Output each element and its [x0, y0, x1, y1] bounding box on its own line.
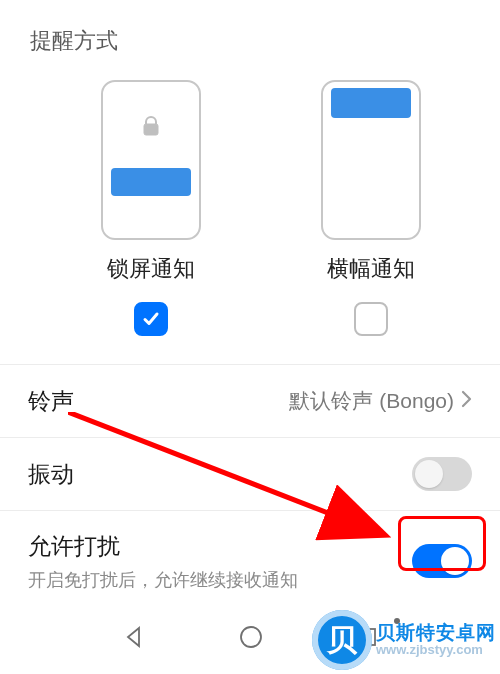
nav-home-button[interactable]: [238, 624, 264, 654]
lock-icon: [141, 116, 161, 136]
watermark-line2: www.zjbstyy.com: [376, 643, 496, 658]
svg-rect-0: [144, 124, 158, 135]
allow-interrupt-label: 允许打扰: [28, 531, 412, 562]
ringtone-label: 铃声: [28, 386, 289, 417]
option-banner-label: 横幅通知: [327, 254, 415, 284]
ringtone-value: 默认铃声 (Bongo): [289, 387, 454, 415]
alert-style-options: 锁屏通知 横幅通知: [28, 80, 472, 336]
section-title: 提醒方式: [30, 26, 472, 56]
row-ringtone[interactable]: 铃声 默认铃声 (Bongo): [0, 365, 500, 438]
settings-page: 提醒方式 锁屏通知 横幅通知 铃声 默认铃: [0, 0, 500, 674]
watermark-line1: 贝斯特安卓网: [376, 622, 496, 644]
svg-point-2: [241, 627, 261, 647]
chevron-right-icon: [460, 389, 472, 413]
row-vibrate[interactable]: 振动: [0, 438, 500, 511]
banner-notif-bar: [331, 88, 411, 118]
annotation-highlight: [398, 516, 486, 571]
allow-interrupt-sub: 开启免打扰后，允许继续接收通知: [28, 568, 412, 592]
vibrate-toggle[interactable]: [412, 457, 472, 491]
option-banner[interactable]: 横幅通知: [296, 80, 446, 336]
watermark: 贝 贝斯特安卓网 www.zjbstyy.com: [312, 610, 496, 670]
lockscreen-notif-bar: [111, 168, 191, 196]
watermark-badge: 贝: [312, 610, 372, 670]
option-lockscreen-checkbox[interactable]: [134, 302, 168, 336]
option-banner-checkbox[interactable]: [354, 302, 388, 336]
vibrate-label: 振动: [28, 459, 412, 490]
lockscreen-preview: [101, 80, 201, 240]
option-lockscreen[interactable]: 锁屏通知: [76, 80, 226, 336]
nav-back-button[interactable]: [121, 624, 147, 654]
option-lockscreen-label: 锁屏通知: [107, 254, 195, 284]
banner-preview: [321, 80, 421, 240]
